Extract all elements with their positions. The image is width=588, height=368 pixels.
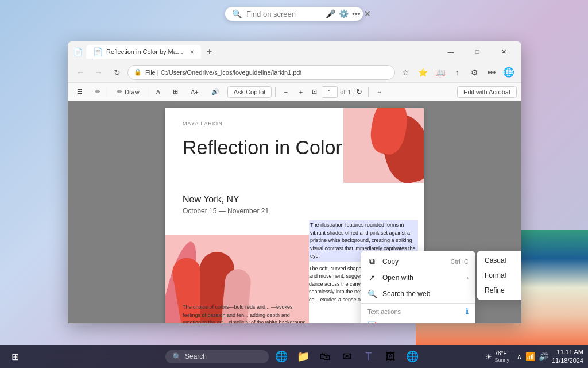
title-bar: 📄 📄 Reflection in Color by Maya Lar... ✕…	[68, 41, 521, 62]
taskbar-teams-icon[interactable]: T	[358, 346, 379, 367]
ctx-open-with-item[interactable]: ↗ Open with ›	[361, 270, 475, 286]
more-button[interactable]: •••	[483, 64, 500, 80]
find-voice-icon[interactable]: 🎤	[326, 9, 335, 18]
network-icon[interactable]: 📶	[525, 352, 535, 361]
search-web-icon: 🔍	[368, 289, 377, 298]
find-more-icon[interactable]: •••	[352, 9, 361, 18]
toolbar-pen-button[interactable]: ✏	[91, 86, 105, 97]
text-size-button[interactable]: A+	[186, 87, 203, 97]
favorites-button[interactable]: ☆	[397, 64, 413, 80]
taskbar-left: ⊞	[5, 346, 25, 367]
taskbar-edge-icon[interactable]: 🌐	[271, 346, 292, 367]
back-button[interactable]: ←	[72, 64, 88, 80]
forward-button[interactable]: →	[91, 64, 107, 80]
rotate-button[interactable]: ↻	[354, 86, 365, 97]
hidden-icons-button[interactable]: ∧	[517, 352, 522, 361]
close-button[interactable]: ✕	[490, 41, 517, 62]
tab-favicon: 📄	[93, 47, 103, 56]
title-bar-left: 📄	[72, 46, 84, 57]
share-button[interactable]: ↑	[449, 64, 465, 80]
find-icon: 🔍	[232, 9, 242, 18]
taskbar-search-icon: 🔍	[172, 352, 181, 361]
system-tray: ☀ 78°F Sunny	[485, 350, 509, 363]
zoom-minus-button[interactable]: −	[279, 87, 292, 97]
context-menu: ⧉ Copy Ctrl+C ↗ Open with › 🔍 Search the…	[361, 251, 475, 323]
draw-button[interactable]: ✏ Draw	[113, 86, 144, 97]
highlight-button[interactable]: A	[152, 87, 165, 97]
pdf-location: New York, NY	[183, 194, 239, 205]
pdf-body-text: The choice of colors—bold reds and... —e…	[183, 304, 309, 323]
ctx-summarize-item[interactable]: 📝 Summarize	[361, 318, 475, 323]
toolbar-menu-button[interactable]: ☰	[72, 86, 87, 97]
weather-condition: Sunny	[494, 357, 509, 363]
start-button[interactable]: ⊞	[5, 346, 25, 367]
submenu-formal-item[interactable]: Formal	[477, 268, 521, 283]
ctx-copy-label: Copy	[382, 258, 445, 266]
new-tab-button[interactable]: +	[202, 45, 216, 58]
address-icon: 🔒	[134, 68, 142, 76]
window-controls: — □ ✕	[438, 41, 517, 62]
submenu-refine-item[interactable]: Refine	[477, 283, 521, 298]
desktop: 🔍 🎤 ⚙️ ••• ✕ 📄 📄 Reflection in Color by …	[0, 0, 588, 368]
ctx-summarize-label: Summarize	[382, 322, 469, 323]
taskbar-center: 🔍 Search 🌐 📁 🛍 ✉ T 🖼 🌐	[165, 346, 423, 367]
find-close-icon[interactable]: ✕	[364, 9, 371, 18]
zoom-plus-button[interactable]: +	[295, 87, 307, 97]
reading-view-button[interactable]: 📖	[432, 64, 448, 80]
fit-width-button[interactable]: ↔	[372, 87, 388, 97]
rewrite-submenu: Casual Formal Refine	[477, 251, 521, 300]
maximize-button[interactable]: □	[464, 41, 490, 62]
taskbar-browser2-icon[interactable]: 🌐	[402, 346, 423, 367]
taskbar-mail-icon[interactable]: ✉	[336, 346, 357, 367]
nav-right-buttons: ☆ ⭐ 📖 ↑ ⚙ ••• 🌐	[397, 64, 517, 80]
system-clock[interactable]: 11:11 AM 11/18/2024	[552, 348, 583, 366]
taskbar-explorer-icon[interactable]: 📁	[293, 346, 314, 367]
edit-acrobat-button[interactable]: Edit with Acrobat	[457, 86, 517, 98]
ctx-copy-shortcut: Ctrl+C	[451, 258, 469, 265]
collections-button[interactable]: ⭐	[415, 64, 431, 80]
ctx-search-web-item[interactable]: 🔍 Search the web	[361, 286, 475, 302]
toolbar-separator-4	[368, 87, 369, 97]
read-aloud-button[interactable]: 🔊	[207, 86, 224, 97]
artwork-top-right	[343, 108, 424, 183]
tab-strip: 📄 Reflection in Color by Maya Lar... ✕ +	[86, 45, 435, 59]
settings-button[interactable]: ⚙	[466, 64, 482, 80]
sound-icon[interactable]: 🔊	[539, 352, 548, 361]
taskbar: ⊞ 🔍 Search 🌐 📁 🛍 ✉ T 🖼 🌐 ☀ 78°F	[0, 345, 588, 368]
ctx-search-web-label: Search the web	[382, 290, 469, 298]
pdf-toolbar: ☰ ✏ ✏ Draw A ⊞ A+ 🔊 Ask Copilot − + ⊡ of…	[68, 83, 521, 101]
ask-copilot-button[interactable]: Ask Copilot	[227, 86, 272, 98]
address-text: File | C:/Users/Onedrive/s_icos/loveguid…	[145, 69, 301, 76]
ctx-open-with-label: Open with	[382, 274, 461, 282]
nav-bar: ← → ↻ 🔒 File | C:/Users/Onedrive/s_icos/…	[68, 62, 521, 83]
clock-time: 11:11 AM	[552, 348, 583, 356]
ctx-separator-1	[361, 303, 475, 304]
view-button[interactable]: ⊞	[168, 86, 183, 97]
taskbar-photos-icon[interactable]: 🖼	[380, 346, 401, 367]
total-pages: 1	[347, 89, 351, 95]
browser-window: 📄 📄 Reflection in Color by Maya Lar... ✕…	[68, 41, 521, 323]
pdf-date: October 15 — November 21	[183, 207, 269, 215]
summarize-icon: 📝	[368, 321, 377, 323]
clock-date: 11/18/2024	[552, 356, 583, 365]
address-bar[interactable]: 🔒 File | C:/Users/Onedrive/s_icos/lovegu…	[127, 65, 395, 80]
fit-page-button[interactable]: ⊡	[310, 87, 319, 97]
ctx-text-actions-label: Text actions ℹ	[361, 305, 475, 318]
tab-close-button[interactable]: ✕	[189, 49, 194, 55]
find-input[interactable]	[246, 10, 321, 18]
taskbar-search-bar[interactable]: 🔍 Search	[165, 350, 269, 363]
find-settings-icon[interactable]: ⚙️	[339, 9, 349, 18]
ctx-copy-item[interactable]: ⧉ Copy Ctrl+C	[361, 253, 475, 270]
weather-icon: ☀	[485, 352, 492, 361]
tray-separator	[513, 351, 513, 362]
active-tab[interactable]: 📄 Reflection in Color by Maya Lar... ✕	[86, 45, 201, 59]
submenu-casual-item[interactable]: Casual	[477, 253, 521, 268]
open-with-arrow-icon: ›	[467, 275, 469, 281]
refresh-button[interactable]: ↻	[109, 64, 125, 80]
taskbar-store-icon[interactable]: 🛍	[315, 346, 335, 367]
find-bar: 🔍 🎤 ⚙️ ••• ✕	[225, 7, 363, 21]
page-number-input[interactable]	[322, 86, 338, 98]
pdf-author: MAYA LARKIN	[183, 121, 223, 126]
taskbar-right: ☀ 78°F Sunny ∧ 📶 🔊 11:11 AM 11/18/2024	[485, 348, 583, 366]
minimize-button[interactable]: —	[438, 41, 464, 62]
